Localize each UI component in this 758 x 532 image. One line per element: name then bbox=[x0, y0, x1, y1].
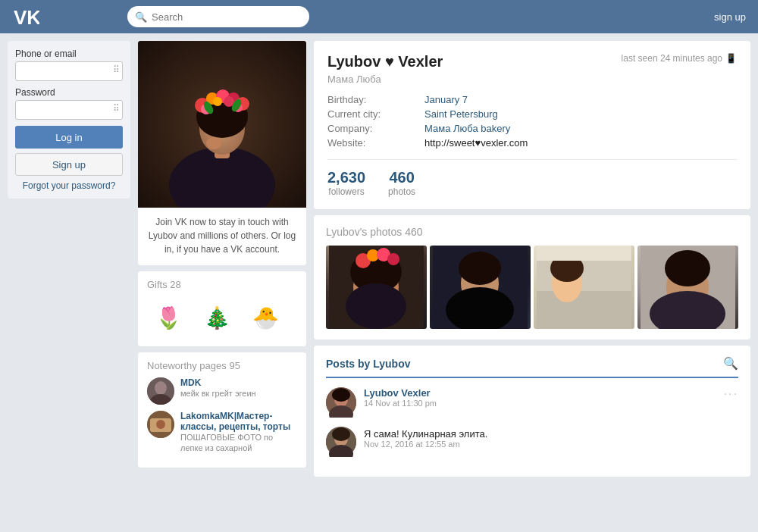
posts-search-icon[interactable]: 🔍 bbox=[723, 356, 738, 371]
followers-label: followers bbox=[327, 186, 365, 197]
photos-label: photos bbox=[388, 186, 415, 197]
post-item-1: Lyubov Vexler 14 Nov at 11:30 pm ··· bbox=[326, 387, 738, 418]
post-content-2: Я сама! Кулинарная элита. Nov 12, 2016 a… bbox=[364, 427, 738, 457]
mobile-icon: 📱 bbox=[725, 53, 737, 64]
followers-num: 2,630 bbox=[327, 169, 365, 186]
gifts-row: 🌷 🎄 🐣 bbox=[147, 296, 297, 339]
svg-point-33 bbox=[387, 253, 399, 265]
post-content-1: Lyubov Vexler 14 Nov at 11:30 pm bbox=[364, 387, 716, 418]
svg-point-55 bbox=[332, 427, 350, 441]
join-text: Join VK now to stay in touch with Lyubov… bbox=[138, 208, 306, 256]
followers-stat: 2,630 followers bbox=[327, 169, 365, 197]
company-label: Company: bbox=[327, 123, 418, 134]
gift-item-3: 🐣 bbox=[244, 296, 287, 339]
profile-name: Lyubov ♥ Vexler bbox=[327, 53, 443, 70]
svg-point-51 bbox=[332, 388, 350, 402]
noteworthy-card: Noteworthy pages 95 MDK мейк вк грейт эг… bbox=[138, 352, 306, 468]
gifts-title: Gifts 28 bbox=[147, 279, 297, 290]
profile-photo-card: Join VK now to stay in touch with Lyubov… bbox=[138, 41, 306, 265]
post-more-1[interactable]: ··· bbox=[724, 387, 738, 418]
noteworthy-item-lakomka[interactable]: LakomkaMK|Мастер-классы, рецепты, торты … bbox=[147, 411, 297, 454]
photo-thumb-4[interactable] bbox=[637, 246, 738, 329]
center-column: Join VK now to stay in touch with Lyubov… bbox=[138, 41, 306, 532]
posts-header: Posts by Lyubov 🔍 bbox=[326, 356, 738, 378]
photos-header: Lyubov's photos 460 bbox=[326, 226, 738, 238]
website-label: Website: bbox=[327, 137, 418, 149]
noteworthy-name-lakomka[interactable]: LakomkaMK|Мастер-классы, рецепты, торты bbox=[180, 411, 297, 432]
noteworthy-item-mdk[interactable]: MDK мейк вк грейт эгеин bbox=[147, 377, 297, 405]
birthday-value[interactable]: January 7 bbox=[424, 94, 737, 105]
profile-online: last seen 24 minutes ago 📱 bbox=[622, 53, 737, 64]
noteworthy-info-mdk: MDK мейк вк грейт эгеин bbox=[180, 377, 256, 399]
svg-point-13 bbox=[213, 97, 222, 106]
photo-thumb-2[interactable] bbox=[430, 246, 531, 329]
search-input[interactable] bbox=[152, 11, 302, 23]
profile-fields: Birthday: January 7 Current city: Saint … bbox=[327, 94, 737, 149]
login-box: Phone or email ⠿ Password ⠿ Log in Sign … bbox=[8, 41, 130, 199]
photo-thumb-3[interactable] bbox=[534, 246, 634, 329]
search-bar: 🔍 bbox=[127, 6, 309, 27]
password-label: Password bbox=[15, 87, 123, 98]
svg-rect-40 bbox=[537, 291, 631, 329]
post-text-2: Я сама! Кулинарная элита. bbox=[364, 428, 738, 440]
phone-email-label: Phone or email bbox=[15, 49, 123, 59]
photo-placeholder bbox=[138, 41, 306, 208]
phone-email-input[interactable] bbox=[15, 61, 123, 81]
noteworthy-title: Noteworthy pages 95 bbox=[147, 360, 297, 371]
noteworthy-avatar-mdk bbox=[147, 377, 174, 405]
gift-item-1: 🌷 bbox=[147, 296, 190, 339]
birthday-label: Birthday: bbox=[327, 94, 418, 105]
svg-point-18 bbox=[211, 127, 218, 131]
svg-point-37 bbox=[459, 252, 501, 285]
gift-item-2: 🎄 bbox=[196, 296, 238, 339]
password-input[interactable] bbox=[15, 100, 123, 120]
noteworthy-info-lakomka: LakomkaMK|Мастер-классы, рецепты, торты … bbox=[180, 411, 297, 454]
header: VK 🔍 sign up bbox=[0, 0, 758, 33]
svg-point-46 bbox=[665, 250, 710, 286]
eye-icon-password: ⠿ bbox=[113, 103, 120, 114]
posts-card: Posts by Lyubov 🔍 Lyubov Vexler 14 Nov a… bbox=[314, 346, 750, 477]
post-avatar-1[interactable] bbox=[326, 387, 356, 418]
post-date-2: Nov 12, 2016 at 12:55 am bbox=[364, 440, 738, 449]
profile-photo[interactable] bbox=[138, 41, 306, 208]
company-value[interactable]: Мама Люба bakery bbox=[424, 123, 737, 134]
profile-name-row: Lyubov ♥ Vexler last seen 24 minutes ago… bbox=[327, 53, 737, 70]
post-author-1[interactable]: Lyubov Vexler bbox=[364, 387, 431, 399]
svg-text:VK: VK bbox=[14, 6, 39, 29]
post-item-2: Я сама! Кулинарная элита. Nov 12, 2016 a… bbox=[326, 427, 738, 457]
profile-subtitle: Мама Люба bbox=[327, 74, 737, 85]
noteworthy-name-mdk[interactable]: MDK bbox=[180, 377, 256, 388]
city-label: Current city: bbox=[327, 108, 418, 120]
svg-point-20 bbox=[206, 137, 221, 149]
noteworthy-desc-mdk: мейк вк грейт эгеин bbox=[180, 388, 256, 399]
stats-row: 2,630 followers 460 photos bbox=[327, 159, 737, 197]
post-date-1: 14 Nov at 11:30 pm bbox=[364, 399, 716, 408]
svg-point-26 bbox=[156, 420, 165, 429]
svg-rect-43 bbox=[537, 246, 631, 261]
vk-logo[interactable]: VK bbox=[12, 3, 39, 30]
noteworthy-avatar-lakomka bbox=[147, 411, 174, 438]
login-button[interactable]: Log in bbox=[15, 126, 123, 149]
noteworthy-desc-lakomka: ПОШАГОВЫЕ ФОТО по лепке из сахарной bbox=[180, 432, 297, 454]
website-value[interactable]: http://sweet♥vexler.com bbox=[424, 137, 737, 149]
posts-title: Posts by Lyubov bbox=[326, 358, 411, 370]
city-value[interactable]: Saint Petersburg bbox=[424, 108, 737, 120]
photos-card: Lyubov's photos 460 bbox=[314, 215, 750, 340]
gifts-card: Gifts 28 🌷 🎄 🐣 bbox=[138, 271, 306, 346]
eye-icon-phone: ⠿ bbox=[113, 64, 120, 75]
post-avatar-2[interactable] bbox=[326, 427, 356, 457]
signup-button[interactable]: Sign up bbox=[15, 153, 123, 176]
forgot-password-link[interactable]: Forgot your password? bbox=[15, 180, 123, 191]
profile-info-card: Lyubov ♥ Vexler last seen 24 minutes ago… bbox=[314, 41, 750, 209]
svg-point-34 bbox=[346, 283, 406, 329]
right-column: Lyubov ♥ Vexler last seen 24 minutes ago… bbox=[314, 41, 750, 532]
photos-grid bbox=[326, 246, 738, 329]
photos-num: 460 bbox=[388, 169, 415, 186]
svg-point-19 bbox=[227, 127, 233, 131]
photo-thumb-1[interactable] bbox=[326, 246, 427, 329]
svg-point-22 bbox=[155, 381, 167, 395]
photos-stat: 460 photos bbox=[388, 169, 415, 197]
search-icon: 🔍 bbox=[135, 11, 147, 23]
header-signup-link[interactable]: sign up bbox=[714, 11, 746, 23]
sidebar: Phone or email ⠿ Password ⠿ Log in Sign … bbox=[8, 41, 130, 532]
